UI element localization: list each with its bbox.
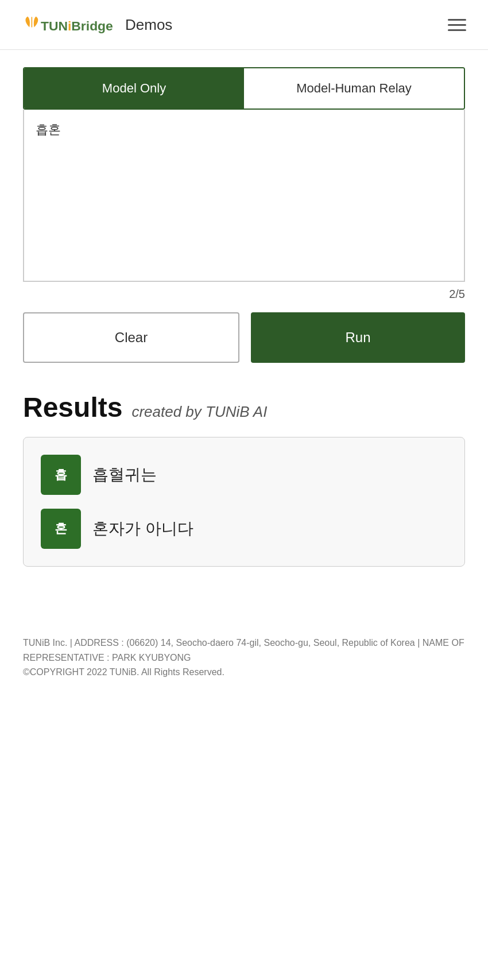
results-subtitle: created by TUNiB AI bbox=[131, 403, 267, 421]
run-button[interactable]: Run bbox=[251, 312, 465, 363]
results-title: Results bbox=[23, 392, 122, 423]
logo-area: TUNiBridge Demos bbox=[17, 10, 172, 39]
clear-button[interactable]: Clear bbox=[23, 312, 239, 363]
result-text-2: 혼자가 아니다 bbox=[92, 518, 193, 540]
results-header: Results created by TUNiB AI bbox=[23, 392, 465, 423]
header: TUNiBridge Demos bbox=[0, 0, 488, 50]
svg-text:TUNiBridge: TUNiBridge bbox=[41, 18, 113, 33]
result-text-1: 흡혈귀는 bbox=[92, 464, 157, 486]
hamburger-line-1 bbox=[448, 19, 466, 21]
footer-line-1: TUNiB Inc. | ADDRESS : (06620) 14, Seoch… bbox=[23, 636, 465, 665]
tab-model-human-relay[interactable]: Model-Human Relay bbox=[244, 68, 464, 109]
hamburger-line-3 bbox=[448, 29, 466, 31]
result-item-1: 흡 흡혈귀는 bbox=[41, 455, 447, 495]
text-input[interactable]: 흡혼 bbox=[36, 121, 452, 265]
results-card: 흡 흡혈귀는 혼 혼자가 아니다 bbox=[23, 437, 465, 567]
demos-label: Demos bbox=[125, 16, 172, 34]
hamburger-line-2 bbox=[448, 24, 466, 26]
footer: TUNiB Inc. | ADDRESS : (06620) 14, Seoch… bbox=[0, 618, 488, 697]
character-counter: 2/5 bbox=[23, 288, 465, 301]
result-badge-2: 혼 bbox=[41, 509, 81, 549]
footer-line-2: ©COPYRIGHT 2022 TUNiB. All Rights Reserv… bbox=[23, 665, 465, 680]
logo-icon: TUNiBridge bbox=[17, 10, 121, 39]
result-badge-1: 흡 bbox=[41, 455, 81, 495]
hamburger-menu[interactable] bbox=[443, 14, 471, 36]
main-content: Model Only Model-Human Relay 흡혼 2/5 Clea… bbox=[0, 50, 488, 618]
action-buttons: Clear Run bbox=[23, 312, 465, 363]
result-item-2: 혼 혼자가 아니다 bbox=[41, 509, 447, 549]
input-area: 흡혼 bbox=[23, 110, 465, 282]
tab-group: Model Only Model-Human Relay bbox=[23, 67, 465, 110]
tab-model-only[interactable]: Model Only bbox=[24, 68, 244, 109]
